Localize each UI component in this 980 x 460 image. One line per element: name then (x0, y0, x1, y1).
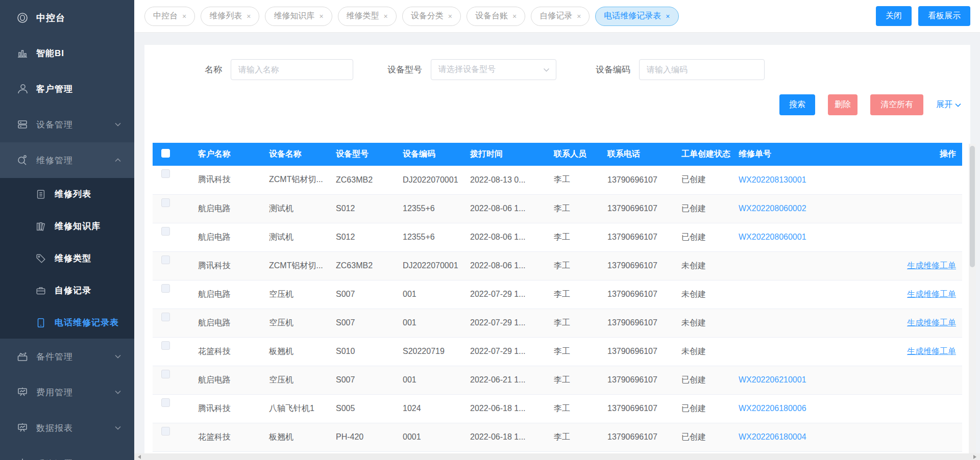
tab-repair-types[interactable]: 维修类型× (338, 7, 397, 26)
row-checkbox[interactable] (161, 313, 170, 321)
col-device-code: 设备编码 (398, 143, 465, 166)
table-row: 腾讯科技ZCMT铝材切...ZC63MB2DJ20220700012022-08… (153, 251, 962, 280)
scroll-right-arrow-icon[interactable] (973, 455, 976, 459)
cell-customer: 航启电路 (193, 194, 264, 223)
order-no-link[interactable]: WX202208060002 (739, 204, 806, 213)
vertical-scrollbar-thumb[interactable] (970, 146, 975, 267)
document-list-icon (34, 188, 47, 201)
sidebar-item-settings[interactable]: 系统设置 (0, 446, 134, 460)
table-row: 花篮科技板翘机S010S202207192022-07-29 1...李工137… (153, 337, 962, 366)
cell-customer: 花篮科技 (193, 337, 264, 366)
tab-device-categories[interactable]: 设备分类× (402, 7, 461, 26)
generate-work-order-link[interactable]: 生成维修工单 (907, 347, 956, 355)
row-checkbox[interactable] (161, 169, 170, 178)
table-row: 腾讯科技八轴飞针机1S00510242022-06-18 1...李工13790… (153, 394, 962, 423)
cell-action (867, 223, 962, 251)
cell-order-no: WX202206180004 (733, 423, 867, 451)
row-checkbox[interactable] (161, 370, 170, 378)
sidebar-item-fees[interactable]: 费用管理 (0, 374, 134, 410)
cell-call_time: 2022-06-18 1... (465, 423, 549, 451)
tab-phone-repair-records[interactable]: 电话维修记录表× (595, 7, 678, 26)
cell-device_code: 001 (398, 366, 465, 394)
row-checkbox[interactable] (161, 227, 170, 236)
order-no-link[interactable]: WX202208060001 (739, 233, 806, 241)
sidebar-item-repair[interactable]: 维修管理 (0, 142, 134, 178)
chevron-down-icon (115, 122, 121, 126)
cell-order_status: 已创建 (676, 194, 733, 223)
cell-order_status: 未创建 (676, 337, 733, 366)
tab-repair-knowledge[interactable]: 维修知识库× (265, 7, 332, 26)
cell-order_status: 已创建 (676, 166, 733, 194)
delete-button[interactable]: 删除 (828, 94, 857, 115)
tab-repair-list[interactable]: 维修列表× (201, 7, 259, 26)
sidebar-item-reports[interactable]: 数据报表 (0, 410, 134, 446)
device-model-select[interactable]: 请选择设备型号 (431, 59, 556, 80)
row-checkbox[interactable] (161, 255, 170, 264)
sidebar-item-devices[interactable]: 设备管理 (0, 107, 134, 142)
sidebar-item-label: 设备管理 (36, 119, 73, 131)
horizontal-scrollbar[interactable] (134, 453, 980, 460)
order-no-link[interactable]: WX202206180006 (739, 404, 806, 413)
search-form: 名称 设备型号 请选择设备型号 设备编码 (144, 45, 970, 80)
generate-work-order-link[interactable]: 生成维修工单 (907, 261, 956, 270)
generate-work-order-link[interactable]: 生成维修工单 (907, 290, 956, 298)
order-no-link[interactable]: WX202206210001 (739, 375, 806, 384)
sidebar-item-console[interactable]: 中控台 (0, 0, 134, 35)
cell-call_time: 2022-06-18 1... (465, 394, 549, 423)
cell-device_model: ZC63MB2 (331, 166, 398, 194)
close-icon[interactable]: × (247, 12, 251, 20)
expand-link[interactable]: 展开 (936, 99, 961, 110)
table-row: 航启电路测试机S01212355+62022-08-06 1...李工13790… (153, 194, 962, 223)
device-code-input[interactable] (639, 59, 765, 80)
close-icon[interactable]: × (319, 12, 323, 20)
close-icon[interactable]: × (577, 12, 581, 20)
sidebar-item-self-repair[interactable]: 自修记录 (0, 274, 134, 306)
close-icon[interactable]: × (512, 12, 517, 20)
row-checkbox[interactable] (161, 284, 170, 293)
row-checkbox[interactable] (161, 398, 170, 407)
order-no-link[interactable]: WX202206180004 (739, 432, 806, 441)
sidebar-item-repair-knowledge[interactable]: 维修知识库 (0, 210, 134, 242)
row-checkbox[interactable] (161, 341, 170, 350)
sidebar-item-repair-types[interactable]: 维修类型 (0, 242, 134, 274)
close-icon[interactable]: × (666, 12, 670, 20)
row-checkbox[interactable] (161, 427, 170, 436)
tab-self-repair[interactable]: 自修记录× (531, 7, 590, 26)
search-button[interactable]: 搜索 (779, 94, 815, 115)
close-icon[interactable]: × (448, 12, 452, 20)
name-input[interactable] (231, 59, 353, 80)
tag-icon (34, 252, 47, 265)
board-display-button[interactable]: 看板展示 (918, 6, 970, 26)
table-row: 航启电路测试机S01212355+62022-08-06 1...李工13790… (153, 223, 962, 251)
close-icon[interactable]: × (384, 12, 388, 20)
cell-phone: 13790696107 (602, 366, 676, 394)
close-icon[interactable]: × (182, 12, 186, 20)
sidebar-item-customers[interactable]: 客户管理 (0, 71, 134, 107)
row-checkbox[interactable] (161, 198, 170, 207)
tab-console[interactable]: 中控台× (144, 7, 195, 26)
tab-device-ledger[interactable]: 设备台账× (467, 7, 525, 26)
sidebar-item-phone-repair-records[interactable]: 电话维修记录表 (0, 306, 134, 339)
cell-device_model: S012 (331, 194, 398, 223)
cell-device_code: 001 (398, 309, 465, 337)
close-tabs-button[interactable]: 关闭 (876, 6, 912, 26)
cell-contact: 李工 (549, 423, 602, 451)
clear-all-button[interactable]: 清空所有 (870, 94, 923, 115)
scroll-left-arrow-icon[interactable] (138, 455, 141, 459)
select-all-checkbox[interactable] (161, 149, 170, 158)
sidebar-item-repair-list[interactable]: 维修列表 (0, 178, 134, 210)
vertical-scrollbar[interactable] (969, 144, 976, 453)
cell-call_time: 2022-07-29 1... (465, 309, 549, 337)
cell-phone: 13790696107 (602, 337, 676, 366)
cell-customer: 腾讯科技 (193, 166, 264, 194)
cell-device_name: 板翘机 (264, 337, 331, 366)
cell-device_name: 板翘机 (264, 423, 331, 451)
generate-work-order-link[interactable]: 生成维修工单 (907, 318, 956, 327)
order-no-link[interactable]: WX202208130001 (739, 175, 806, 184)
cell-phone: 13790696107 (602, 251, 676, 280)
cell-action (867, 394, 962, 423)
sidebar: 中控台 智能BI 客户管理 设备管理 (0, 0, 134, 460)
cell-action (867, 166, 962, 194)
sidebar-item-bi[interactable]: 智能BI (0, 35, 134, 71)
sidebar-item-spare-parts[interactable]: 备件管理 (0, 339, 134, 374)
